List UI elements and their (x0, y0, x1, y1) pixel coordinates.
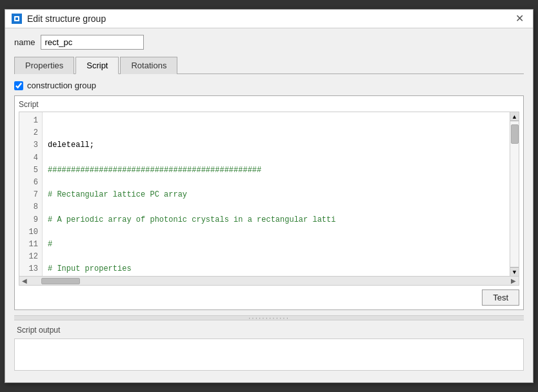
code-line-6: # Input properties (48, 263, 504, 275)
output-area (14, 338, 524, 371)
line-num: 5 (23, 164, 38, 177)
code-line-1: deleteall; (48, 139, 504, 152)
svg-rect-2 (15, 17, 18, 20)
line-num: 3 (23, 139, 38, 152)
line-num: 4 (23, 152, 38, 164)
construction-group-label: construction group (27, 81, 96, 90)
code-content[interactable]: deleteall; #############################… (43, 112, 510, 276)
tab-properties[interactable]: Properties (14, 57, 74, 74)
test-btn-row: Test (19, 289, 519, 306)
dialog-body: name Properties Script Rotations constru… (5, 28, 533, 377)
title-bar-left: Edit structure group (12, 14, 106, 24)
h-scroll-left-arrow[interactable]: ◀ (21, 277, 28, 284)
edit-structure-group-dialog: Edit structure group ✕ name Properties S… (5, 9, 533, 383)
code-line-2: ########################################… (48, 164, 504, 177)
line-num: 8 (23, 201, 38, 213)
checkbox-row: construction group (14, 81, 524, 90)
line-num: 12 (23, 251, 38, 263)
name-label: name (14, 37, 35, 47)
dialog-title: Edit structure group (27, 14, 106, 24)
output-section-label: Script output (14, 324, 524, 336)
close-button[interactable]: ✕ (513, 14, 526, 24)
title-bar: Edit structure group ✕ (5, 10, 533, 28)
name-input[interactable] (41, 35, 144, 50)
output-section: Script output (14, 324, 524, 371)
code-line-3: # Rectangular lattice PC array (48, 189, 504, 201)
construction-group-checkbox[interactable] (14, 81, 23, 90)
scroll-track (510, 121, 519, 267)
script-group: Script 1 2 3 4 5 6 7 8 9 10 (14, 95, 524, 310)
name-row: name (14, 35, 524, 50)
line-num: 1 (23, 115, 38, 127)
divider-handle[interactable]: ············ (14, 315, 524, 320)
h-scroll-right-arrow[interactable]: ▶ (510, 277, 517, 284)
h-scroll-thumb[interactable] (41, 278, 80, 284)
dialog-icon (12, 14, 22, 24)
code-scroll-area[interactable]: 1 2 3 4 5 6 7 8 9 10 11 12 13 14 (19, 112, 519, 276)
scroll-up-btn[interactable]: ▲ (510, 112, 519, 121)
line-num: 13 (23, 263, 38, 275)
test-button[interactable]: Test (482, 289, 519, 306)
scroll-down-btn[interactable]: ▼ (510, 267, 519, 276)
vertical-scrollbar[interactable]: ▲ ▼ (510, 112, 519, 276)
line-num: 7 (23, 189, 38, 201)
tab-script[interactable]: Script (75, 57, 119, 74)
code-area: 1 2 3 4 5 6 7 8 9 10 11 12 13 14 (19, 112, 519, 286)
scroll-thumb[interactable] (511, 124, 519, 144)
divider-dots: ············ (248, 313, 290, 322)
line-numbers: 1 2 3 4 5 6 7 8 9 10 11 12 13 14 (19, 112, 43, 276)
tabs-container: Properties Script Rotations (14, 56, 524, 74)
line-num: 9 (23, 214, 38, 226)
script-group-label: Script (19, 100, 519, 109)
tab-rotations[interactable]: Rotations (120, 57, 177, 74)
line-num: 11 (23, 239, 38, 251)
line-num: 10 (23, 226, 38, 239)
horizontal-scrollbar[interactable]: ◀ ▶ (19, 276, 519, 285)
line-num: 2 (23, 127, 38, 139)
code-line-5: # (48, 239, 504, 251)
line-num: 6 (23, 177, 38, 189)
code-line-4: # A periodic array of photonic crystals … (48, 214, 504, 226)
